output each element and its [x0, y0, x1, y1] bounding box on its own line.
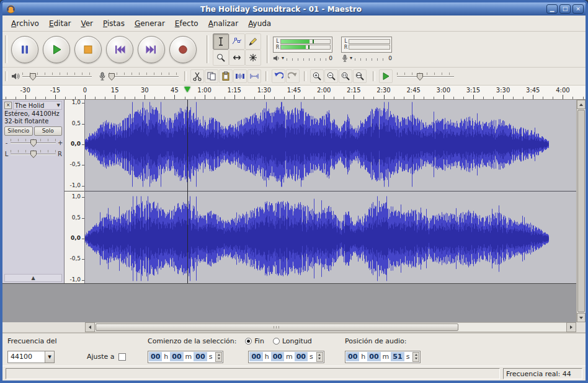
tools-toolbar: [204, 32, 264, 67]
toolbar-grip[interactable]: [207, 35, 209, 63]
pan-slider[interactable]: [11, 149, 56, 159]
playback-speed-slider[interactable]: [397, 72, 454, 81]
horizontal-scrollbar[interactable]: [85, 322, 576, 332]
timeline-tick: [404, 97, 404, 99]
horizontal-scrollbar-thumb[interactable]: [96, 324, 458, 331]
field-spinner[interactable]: [316, 352, 323, 362]
audacity-logo-icon[interactable]: [6, 4, 16, 14]
end-seconds[interactable]: 00: [295, 352, 308, 361]
toolbar-grip[interactable]: [5, 71, 7, 81]
selection-end-radio[interactable]: Fin: [245, 337, 264, 345]
field-spinner[interactable]: [215, 352, 222, 362]
undo-button[interactable]: [272, 69, 285, 83]
scroll-up-button[interactable]: [577, 100, 586, 109]
draw-tool-button[interactable]: [245, 33, 261, 50]
playback-meter-menu[interactable]: ▾ 0: [273, 54, 332, 63]
field-spinner[interactable]: [412, 352, 419, 362]
toolbar-grip[interactable]: [373, 71, 375, 81]
audio-hours[interactable]: 00: [346, 352, 359, 361]
audio-seconds[interactable]: 51: [391, 352, 404, 361]
cut-button[interactable]: [190, 69, 204, 83]
input-volume-slider[interactable]: [109, 72, 179, 81]
zoom-out-button[interactable]: [324, 69, 338, 83]
minimize-button[interactable]: ▁: [546, 4, 558, 14]
timeshift-tool-button[interactable]: [229, 50, 245, 66]
recording-meter-menu[interactable]: ▾ 0: [341, 54, 392, 63]
vertical-scrollbar-thumb[interactable]: [577, 110, 585, 312]
zoom-in-button[interactable]: [310, 69, 324, 83]
amplitude-ruler-ch1[interactable]: 1,00,50,0-0,5-1,0: [65, 100, 84, 189]
menu-editar[interactable]: Editar: [44, 17, 76, 30]
copy-button[interactable]: [205, 69, 218, 83]
end-minutes[interactable]: 00: [271, 352, 284, 361]
menu-ayuda[interactable]: Ayuda: [243, 17, 276, 30]
copy-icon: [207, 71, 216, 81]
track-close-button[interactable]: ×: [4, 102, 12, 109]
toolbar-grip[interactable]: [5, 35, 7, 63]
track-name-menu-button[interactable]: The Holid ▼: [13, 101, 62, 110]
fit-selection-button[interactable]: [339, 69, 352, 83]
end-hours[interactable]: 00: [249, 352, 262, 361]
horizontal-scrollbar-track[interactable]: [95, 322, 566, 332]
menu-generar[interactable]: Generar: [130, 17, 170, 30]
play-button[interactable]: [43, 36, 70, 63]
audio-minutes[interactable]: 00: [367, 352, 380, 361]
gain-slider[interactable]: [11, 138, 56, 147]
toolbar-grip[interactable]: [267, 35, 269, 63]
titlebar[interactable]: The Holiday Soundtrack - 01 - Maestro ▁ …: [2, 2, 586, 15]
close-button[interactable]: ×: [572, 4, 584, 14]
radio-checked-icon[interactable]: [245, 338, 252, 345]
output-volume-slider[interactable]: [22, 72, 92, 81]
vertical-scrollbar[interactable]: [576, 100, 586, 322]
menu-archivo[interactable]: Archivo: [6, 17, 44, 30]
snap-to-checkbox[interactable]: [118, 353, 126, 361]
toolbar-grip[interactable]: [304, 71, 306, 81]
silence-audio-button[interactable]: [247, 69, 261, 83]
start-seconds[interactable]: 00: [194, 352, 207, 361]
selection-tool-button[interactable]: [213, 33, 229, 50]
toolbar-grip[interactable]: [184, 71, 187, 81]
solo-button[interactable]: Solo: [34, 126, 63, 136]
audio-position-field[interactable]: 00h00m51s: [345, 351, 421, 363]
fit-project-button[interactable]: [353, 69, 367, 83]
start-hours[interactable]: 00: [149, 352, 162, 361]
meter-scale-zero: 0: [388, 55, 392, 61]
waveform-channel-2[interactable]: [85, 194, 576, 283]
timeline-ruler[interactable]: -30-1501530451:001:151:301:452:002:152:3…: [2, 86, 586, 100]
chevron-down-icon[interactable]: ▾: [45, 351, 54, 363]
skip-to-start-button[interactable]: [106, 36, 133, 63]
mute-button[interactable]: Silencio: [4, 126, 33, 136]
trim-audio-button[interactable]: [233, 69, 247, 83]
redo-button[interactable]: [286, 69, 300, 83]
menu-efecto[interactable]: Efecto: [170, 17, 203, 30]
selection-start-field[interactable]: 00h00m00s: [148, 351, 223, 363]
scroll-down-button[interactable]: [577, 313, 586, 322]
maximize-button[interactable]: □: [559, 4, 571, 14]
zoom-tool-button[interactable]: [213, 50, 229, 66]
stop-button[interactable]: [74, 36, 102, 63]
amplitude-ruler-ch2[interactable]: 1,00,50,0-0,5-1,0: [65, 194, 84, 283]
start-minutes[interactable]: 00: [170, 352, 183, 361]
record-button[interactable]: [169, 36, 197, 63]
toolbar-grip[interactable]: [265, 71, 268, 81]
pause-button[interactable]: [11, 36, 38, 63]
scroll-right-button[interactable]: [566, 322, 576, 332]
menu-pistas[interactable]: Pistas: [98, 17, 130, 30]
radio-unchecked-icon[interactable]: [273, 338, 280, 345]
recording-meter[interactable]: L R: [341, 37, 392, 53]
menu-ver[interactable]: Ver: [76, 17, 98, 30]
ibeam-icon: [216, 37, 226, 46]
menu-analizar[interactable]: Analizar: [203, 17, 243, 30]
waveform-channel-1[interactable]: [85, 100, 576, 189]
play-at-speed-button[interactable]: [379, 69, 393, 83]
scroll-left-button[interactable]: [85, 322, 95, 332]
playback-meter[interactable]: L R: [273, 37, 332, 53]
envelope-tool-button[interactable]: [229, 33, 245, 50]
selection-length-radio[interactable]: Longitud: [273, 337, 312, 345]
skip-to-end-button[interactable]: [138, 36, 165, 63]
project-rate-select[interactable]: 44100 ▾: [7, 351, 55, 363]
track-collapse-button[interactable]: ▲: [4, 274, 62, 282]
selection-end-field[interactable]: 00h00m00s: [248, 351, 324, 363]
multi-tool-button[interactable]: [245, 50, 261, 66]
paste-button[interactable]: [219, 69, 233, 83]
